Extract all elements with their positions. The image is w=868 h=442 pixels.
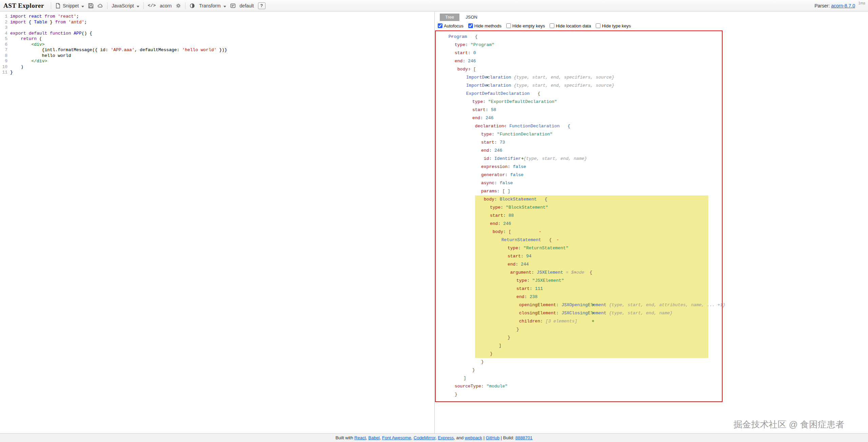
toolbar: AST Explorer Snippet JavaScript [0,0,868,12]
save-button[interactable] [88,3,94,8]
fork-button[interactable] [98,3,103,8]
tree-line[interactable]: -ReturnStatement { [436,236,722,244]
transform-button[interactable]: Transform [199,3,226,8]
tree-line[interactable]: type: "ReturnStatement" [436,244,722,252]
expand-toggle-icon[interactable]: + [592,319,594,324]
parser-settings-button[interactable] [176,3,181,8]
editor-line[interactable]: 4export default function APP() { [0,31,434,37]
tree-line[interactable]: -body: BlockStatement { [436,195,722,204]
ast-tree[interactable]: -Program {type: "Program"start: 0end: 24… [435,30,723,402]
tree-punctuation: : [494,197,500,202]
editor-line[interactable]: 9 </div> [0,59,434,64]
checkbox-hide-methods[interactable] [468,23,473,28]
footer-link[interactable]: 8888701 [515,435,533,440]
editor-line[interactable]: 1import react from 'react'; [0,14,434,20]
tree-line[interactable]: type: "BlockStatement" [436,204,722,212]
tree-line[interactable]: } [436,350,722,358]
tree-line[interactable]: type: "JSXElement" [436,277,722,285]
editor-line[interactable]: 10 ) [0,64,434,70]
tab-tree[interactable]: Tree [440,14,459,21]
footer-link[interactable]: Babel [368,435,379,440]
tree-line[interactable]: } [436,391,722,399]
tree-line[interactable]: } [436,358,722,366]
contrast-toggle-button[interactable] [190,3,195,8]
line-number: 4 [0,31,10,37]
collapse-toggle-icon[interactable]: - [556,237,559,243]
tab-json[interactable]: JSON [460,14,483,21]
tree-line[interactable]: end: 246 [436,57,722,65]
tree-line[interactable]: sourceType: "module" [436,382,722,391]
tree-line[interactable]: type: "FunctionDeclaration" [436,130,722,139]
editor-line[interactable]: 5 return ( [0,36,434,42]
tree-line[interactable]: start: 94 [436,252,722,260]
help-button[interactable]: ? [258,2,265,9]
tree-line[interactable]: ] [436,342,722,350]
snippet-button[interactable]: Snippet [55,3,84,8]
checkbox-hide-location-data[interactable] [550,23,554,28]
tree-line[interactable]: } [436,334,722,342]
editor-line[interactable]: 8 hello world [0,53,434,59]
token-plain [26,31,29,36]
editor-line[interactable]: 7 {intl.formatMessage({ id: 'APP.aaa', d… [0,47,434,53]
option-hide-empty-keys[interactable]: Hide empty keys [506,23,545,28]
language-button[interactable]: JavaScript [112,3,139,8]
tree-line[interactable]: end: 246 [436,220,722,228]
tree-line[interactable]: +id: Identifier {type, start, end, name} [436,155,722,163]
option-hide-methods[interactable]: Hide methods [468,23,501,28]
footer-link[interactable]: React [354,435,366,440]
footer-link[interactable]: CodeMirror [414,435,435,440]
checkbox-hide-type-keys[interactable] [596,23,600,28]
footer-link[interactable]: GitHub [486,435,499,440]
tree-line[interactable]: -Program { [436,33,722,41]
footer-link[interactable]: webpack [465,435,482,440]
tree-line[interactable]: start: 73 [436,139,722,147]
tree-line[interactable]: start: 88 [436,212,722,220]
editor-line[interactable]: 2import { Table } from 'antd'; [0,20,434,25]
editor-line[interactable]: 11} [0,70,434,76]
tree-line[interactable]: -body: [ [436,65,722,73]
tree-line[interactable]: start: 58 [436,106,722,114]
tree-line[interactable]: end: 238 [436,293,722,301]
tree-line[interactable]: +children: [3 elements] [436,317,722,325]
tree-line[interactable]: } [436,325,722,334]
tree-line[interactable]: } [436,366,722,374]
footer-link[interactable]: Font Awesome [382,435,411,440]
tree-line[interactable]: type: "ExportDefaultDeclaration" [436,98,722,106]
collapse-toggle-icon[interactable]: - [539,229,541,234]
tree-line[interactable]: +ImportDeclaration {type, start, end, sp… [436,82,722,90]
tree-line[interactable]: +ImportDeclaration {type, start, end, sp… [436,73,722,82]
token-plain [47,31,50,36]
tree-punctuation: : [556,302,561,308]
tree-number-value: 244 [521,262,529,267]
tree-line[interactable]: +openingElement: JSXOpeningElement {type… [436,301,722,309]
tree-line[interactable]: start: 0 [436,49,722,57]
option-autofocus[interactable]: Autofocus [438,23,463,28]
tree-line[interactable]: start: 111 [436,285,722,293]
editor-line[interactable]: 6 <div> [0,42,434,48]
checkbox-autofocus[interactable] [438,23,442,28]
tree-line[interactable]: -body: [ [436,228,722,236]
tree-line[interactable]: end: 246 [436,114,722,122]
tree-line[interactable]: +closingElement: JSXClosingElement {type… [436,309,722,317]
tree-line[interactable]: async: false [436,179,722,187]
tree-line[interactable]: -argument: JSXElement = $node { [436,269,722,277]
tree-line[interactable]: params: [ ] [436,187,722,195]
tree-node-name: FunctionDeclaration [509,124,559,129]
checkbox-hide-empty-keys[interactable] [506,23,511,28]
tree-line[interactable]: -ExportDefaultDeclaration { [436,90,722,98]
tree-line[interactable]: end: 244 [436,260,722,269]
tree-line[interactable]: generator: false [436,171,722,179]
tree-line[interactable]: end: 246 [436,147,722,155]
option-hide-location-data[interactable]: Hide location data [550,23,591,28]
editor-line[interactable]: 3 [0,25,434,31]
option-hide-type-keys[interactable]: Hide type keys [596,23,631,28]
tree-line[interactable]: -declaration: FunctionDeclaration { [436,122,722,130]
transform-default-button[interactable]: default [240,3,254,8]
footer-link[interactable]: Express [438,435,454,440]
tree-line[interactable]: expression: false [436,163,722,171]
tree-line[interactable]: ] [436,374,722,382]
parser-button[interactable]: acorn [160,3,172,8]
code-editor[interactable]: 1import react from 'react';2import { Tab… [0,12,435,433]
parser-version-link[interactable]: acorn-8.7.0 [831,3,855,8]
tree-line[interactable]: type: "Program" [436,41,722,49]
